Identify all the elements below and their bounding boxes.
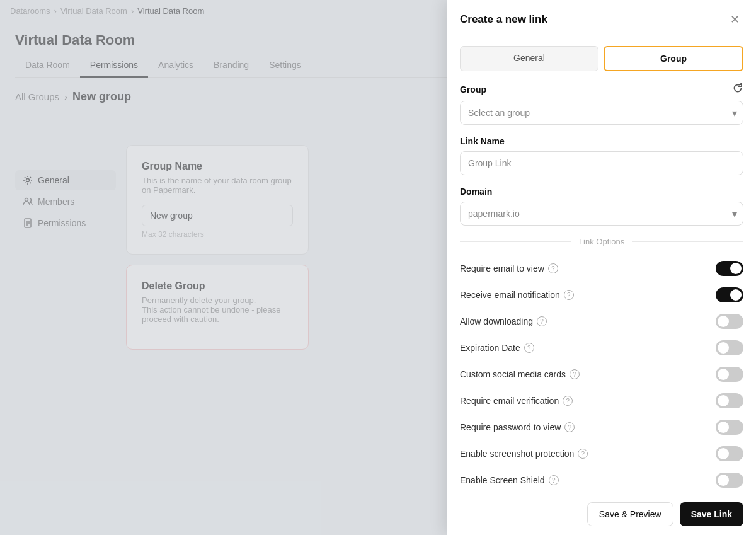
toggle-label-2: Allow downloading ? <box>460 316 547 326</box>
modal-tab-general[interactable]: General <box>460 46 598 71</box>
toggle-row-0: Require email to view ? <box>460 255 743 282</box>
toggle-slider-8 <box>716 473 743 488</box>
help-icon-4[interactable]: ? <box>570 369 580 379</box>
help-icon-8[interactable]: ? <box>549 475 559 485</box>
toggle-label-3: Expiration Date ? <box>460 343 534 353</box>
toggle-label-8: Enable Screen Shield ? <box>460 475 559 485</box>
toggle-slider-6 <box>716 420 743 435</box>
group-select-wrapper: Select an group ▾ <box>460 101 743 125</box>
help-icon-0[interactable]: ? <box>548 263 558 273</box>
toggle-row-7: Enable screenshot protection ? <box>460 440 743 467</box>
group-field-label: Group <box>460 83 743 96</box>
toggle-switch-0[interactable] <box>716 261 743 276</box>
toggle-label-5: Require email verification ? <box>460 396 573 406</box>
modal-close-button[interactable]: ✕ <box>726 11 743 28</box>
toggle-row-5: Require email verification ? <box>460 388 743 414</box>
domain-select[interactable]: papermark.io <box>460 202 743 226</box>
toggle-slider-4 <box>716 367 743 382</box>
toggle-label-4: Custom social media cards ? <box>460 369 580 379</box>
modal-footer: Save & Preview Save Link <box>447 493 756 535</box>
toggle-row-4: Custom social media cards ? <box>460 361 743 388</box>
modal-body: Group Select an group ▾ Link Name Domain… <box>447 71 756 493</box>
toggle-row-3: Expiration Date ? <box>460 335 743 361</box>
link-options-divider: Link Options <box>460 237 743 246</box>
modal-tabs: General Group <box>447 37 756 71</box>
refresh-icon[interactable] <box>732 83 743 96</box>
modal-tab-group[interactable]: Group <box>604 46 743 71</box>
save-link-button[interactable]: Save Link <box>680 502 743 526</box>
link-name-input[interactable] <box>460 151 743 175</box>
modal-title: Create a new link <box>460 13 547 26</box>
toggle-switch-1[interactable] <box>716 287 743 302</box>
modal-panel: Create a new link ✕ General Group Group … <box>447 0 756 535</box>
toggle-slider-2 <box>716 314 743 329</box>
toggle-slider-0 <box>716 261 743 276</box>
toggle-switch-7[interactable] <box>716 446 743 461</box>
toggle-slider-1 <box>716 287 743 302</box>
toggle-rows: Require email to view ? Receive email no… <box>460 255 743 493</box>
domain-label: Domain <box>460 187 743 197</box>
toggle-label-6: Require password to view ? <box>460 422 575 432</box>
toggle-row-6: Require password to view ? <box>460 414 743 440</box>
toggle-switch-6[interactable] <box>716 420 743 435</box>
toggle-switch-4[interactable] <box>716 367 743 382</box>
toggle-label-1: Receive email notification ? <box>460 290 574 300</box>
toggle-slider-5 <box>716 393 743 408</box>
help-icon-7[interactable]: ? <box>578 449 588 459</box>
toggle-switch-3[interactable] <box>716 340 743 355</box>
help-icon-3[interactable]: ? <box>524 343 534 353</box>
help-icon-1[interactable]: ? <box>564 290 574 300</box>
help-icon-5[interactable]: ? <box>563 396 573 406</box>
toggle-row-1: Receive email notification ? <box>460 282 743 308</box>
help-icon-2[interactable]: ? <box>537 316 547 326</box>
toggle-switch-8[interactable] <box>716 473 743 488</box>
toggle-slider-3 <box>716 340 743 355</box>
modal-header: Create a new link ✕ <box>447 0 756 37</box>
help-icon-6[interactable]: ? <box>564 422 575 432</box>
domain-select-wrapper: papermark.io ▾ <box>460 202 743 226</box>
link-name-field-section: Link Name <box>460 136 743 175</box>
toggle-switch-5[interactable] <box>716 393 743 408</box>
group-field-section: Group Select an group ▾ <box>460 83 743 125</box>
domain-field-section: Domain papermark.io ▾ <box>460 187 743 226</box>
group-select[interactable]: Select an group <box>460 101 743 125</box>
toggle-label-7: Enable screenshot protection ? <box>460 449 588 459</box>
toggle-label-0: Require email to view ? <box>460 263 558 273</box>
toggle-slider-7 <box>716 446 743 461</box>
toggle-switch-2[interactable] <box>716 314 743 329</box>
link-name-label: Link Name <box>460 136 743 146</box>
toggle-row-2: Allow downloading ? <box>460 308 743 335</box>
save-preview-button[interactable]: Save & Preview <box>587 502 673 526</box>
toggle-row-8: Enable Screen Shield ? <box>460 467 743 493</box>
